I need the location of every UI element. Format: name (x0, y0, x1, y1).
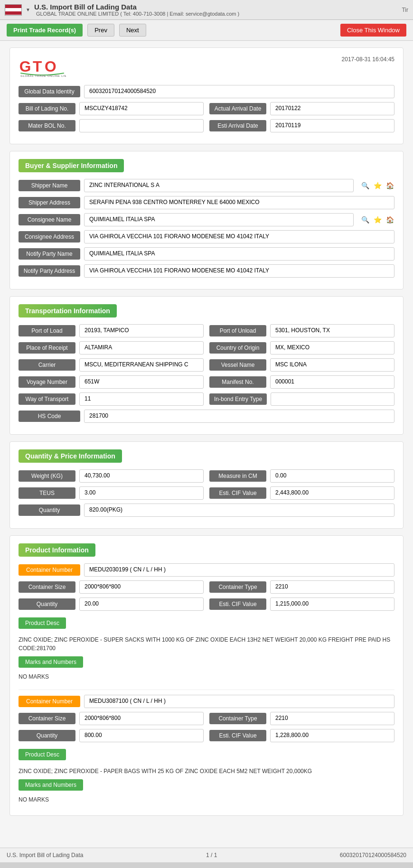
product-info-header: Product Information (19, 543, 95, 557)
port-of-unload-value: 5301, HOUSTON, TX (270, 324, 394, 337)
carrier-label: Carrier (19, 359, 75, 371)
teus-value: 3.00 (79, 486, 204, 500)
product-info-card: Product Information Container Number MED… (9, 535, 404, 816)
container-2-size-group: Container Size 2000*806*800 (19, 712, 204, 725)
weight-kg-value: 40,730.00 (79, 469, 204, 483)
quantity-row: Quantity 820.00(PKG) (19, 504, 394, 517)
notify-party-address-row: Notify Party Address VIA GHIROLA VECCHIA… (19, 264, 394, 278)
way-of-transport-label: Way of Transport (19, 393, 75, 405)
container-1-cif-group: Esti. CIF Value 1,215,000.00 (209, 597, 394, 611)
container-2-qty-group: Quantity 800.00 (19, 729, 204, 742)
container-1-marks-label: Marks and Numbers (19, 656, 83, 668)
container-2-number-label: Container Number (19, 696, 80, 707)
container-2-qty-value: 800.00 (79, 729, 204, 742)
port-of-load-group: Port of Load 20193, TAMPICO (19, 324, 204, 337)
search-icon-2[interactable]: 🔍 (360, 215, 370, 224)
consignee-address-value: VIA GHIROLA VECCHIA 101 FIORANO MODENESE… (84, 230, 394, 243)
country-of-origin-label: Country of Origin (209, 342, 266, 354)
quantity-label: Quantity (19, 504, 80, 516)
svg-text:GLOBAL TRADE ONLINE LIMITED: GLOBAL TRADE ONLINE LIMITED (20, 75, 66, 77)
mater-bol-label: Mater BOL No. (19, 120, 75, 131)
hs-code-row: HS Code 281700 (19, 410, 394, 423)
carrier-group: Carrier MSCU, MEDITERRANEAN SHIPPING C (19, 358, 204, 372)
container-2-type-group: Container Type 2210 (209, 712, 394, 725)
port-of-load-label: Port of Load (19, 325, 75, 336)
notify-party-address-value: VIA GHIROLA VECCHIA 101 FIORANO MODENESE… (84, 264, 394, 278)
transportation-header: Transportation Information (19, 304, 117, 317)
teus-cif-row: TEUS 3.00 Esti. CIF Value 2,443,800.00 (19, 486, 394, 500)
actual-arrival-date-value: 20170122 (270, 102, 394, 115)
page-title: U.S. Import Bill of Lading Data (34, 3, 239, 11)
port-of-load-value: 20193, TAMPICO (79, 324, 204, 337)
esti-cif-value-label: Esti. CIF Value (209, 487, 266, 499)
shipper-name-row: Shipper Name ZINC INTERNATIONAL S A 🔍 ⭐ … (19, 179, 394, 192)
teus-label: TEUS (19, 487, 75, 499)
container-1-size-label: Container Size (19, 581, 75, 593)
container-1-qty-group: Quantity 20.00 (19, 597, 204, 611)
star-icon[interactable]: ⭐ (373, 181, 382, 190)
place-country-row: Place of Receipt ALTAMIRA Country of Ori… (19, 341, 394, 355)
print-button[interactable]: Print Trade Record(s) (7, 24, 83, 37)
container-2-qty-cif-row: Quantity 800.00 Esti. CIF Value 1,228,80… (19, 729, 394, 742)
footer-left: U.S. Import Bill of Lading Data (7, 852, 83, 859)
shipper-address-value: SERAFIN PENA 938 CENTRO MONTERREY NLE 64… (84, 196, 394, 209)
container-2-product-desc-label: Product Desc (19, 749, 66, 760)
manifest-no-value: 000001 (270, 375, 394, 389)
container-2-type-label: Container Type (209, 713, 266, 724)
container-1-type-label: Container Type (209, 581, 266, 593)
global-data-identity-label: Global Data Identity (19, 86, 80, 97)
page-subtitle: GLOBAL TRADE ONLINE LIMITED ( Tel: 400-7… (36, 11, 239, 17)
quantity-value: 820.00(PKG) (84, 504, 394, 517)
container-1-number-value: MEDU2030199 ( CN / L / HH ) (84, 563, 394, 577)
home-icon[interactable]: 🏠 (385, 181, 394, 190)
container-1-cif-label: Esti. CIF Value (209, 598, 266, 610)
next-button[interactable]: Next (119, 24, 146, 37)
star-icon-2[interactable]: ⭐ (373, 215, 382, 224)
close-button[interactable]: Close This Window (340, 24, 406, 37)
footer-page: 1 / 1 (83, 852, 339, 859)
esti-arrival-date-value: 20170119 (270, 119, 394, 132)
transportation-card: Transportation Information Port of Load … (9, 296, 404, 435)
voyage-number-group: Voyage Number 651W (19, 375, 204, 389)
toolbar: Print Trade Record(s) Prev Next Close Th… (0, 20, 413, 41)
manifest-no-group: Manifest No. 000001 (209, 375, 394, 389)
shipper-name-value: ZINC INTERNATIONAL S A (84, 179, 354, 192)
logo-area: G T O GLOBAL TRADE ONLINE LIMITED (19, 56, 66, 79)
container-2-size-type-row: Container Size 2000*806*800 Container Ty… (19, 712, 394, 725)
bol-row: Bill of Lading No. MSCUZY418742 Actual A… (19, 102, 394, 115)
svg-text:G: G (19, 58, 31, 75)
container-2-number-row: Container Number MEDU3087100 ( CN / L / … (19, 695, 394, 708)
flag-dropdown[interactable]: ▼ (26, 7, 30, 12)
notify-party-name-label: Notify Party Name (19, 248, 80, 260)
timestamp: 2017-08-31 16:04:45 (342, 56, 394, 63)
main-content: G T O GLOBAL TRADE ONLINE LIMITED 2017-0… (0, 41, 413, 848)
mater-bol-value (79, 119, 204, 132)
vessel-name-group: Vessel Name MSC ILONA (209, 358, 394, 372)
home-icon-2[interactable]: 🏠 (385, 215, 394, 224)
esti-cif-value-value: 2,443,800.00 (270, 486, 394, 500)
search-icon[interactable]: 🔍 (360, 181, 370, 190)
in-bond-entry-label: In-bond Entry Type (209, 393, 267, 405)
measure-in-cm-value: 0.00 (270, 469, 394, 483)
notify-party-name-row: Notify Party Name QUIMIALMEL ITALIA SPA (19, 247, 394, 261)
container-1-number-label: Container Number (19, 564, 80, 576)
consignee-icons: 🔍 ⭐ 🏠 (360, 215, 394, 224)
footer-record-id: 600320170124000584520 (340, 852, 406, 859)
in-bond-entry-value (271, 392, 394, 406)
container-1-number-row: Container Number MEDU2030199 ( CN / L / … (19, 563, 394, 577)
way-of-transport-value: 11 (79, 392, 204, 406)
carrier-value: MSCU, MEDITERRANEAN SHIPPING C (79, 358, 204, 372)
notify-party-name-value: QUIMIALMEL ITALIA SPA (84, 247, 394, 261)
divider (19, 690, 394, 690)
actual-arrival-date-label: Actual Arrival Date (209, 103, 266, 114)
weight-measure-row: Weight (KG) 40,730.00 Measure in CM 0.00 (19, 469, 394, 483)
port-of-unload-label: Port of Unload (209, 325, 266, 336)
container-1-size-group: Container Size 2000*806*800 (19, 580, 204, 594)
esti-arrival-date-group: Esti Arrival Date 20170119 (209, 119, 394, 132)
global-data-identity-value: 600320170124000584520 (84, 85, 394, 98)
manifest-no-label: Manifest No. (209, 376, 266, 388)
country-of-origin-value: MX, MEXICO (270, 341, 394, 355)
place-of-receipt-label: Place of Receipt (19, 342, 75, 354)
prev-button[interactable]: Prev (87, 24, 114, 37)
container-2-qty-label: Quantity (19, 730, 75, 741)
